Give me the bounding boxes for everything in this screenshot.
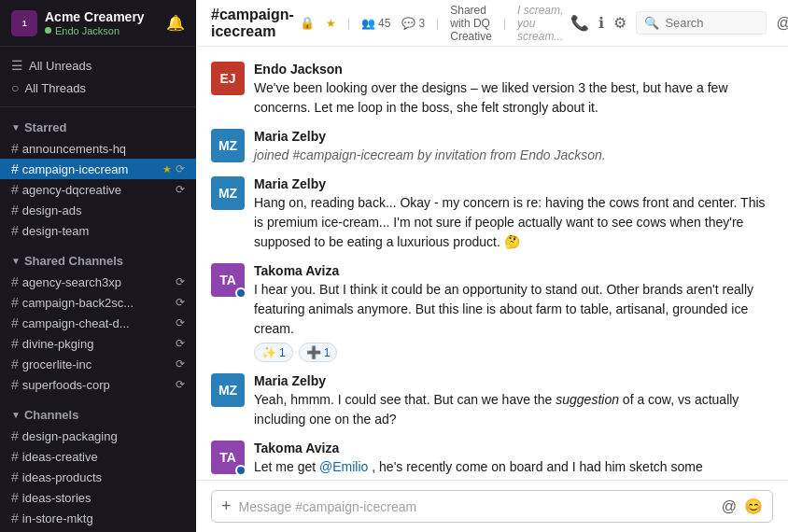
channel-name-label: grocerlite-inc	[22, 357, 172, 371]
shared-icon: ⟳	[176, 337, 185, 350]
message-group: MZ Maria Zelby Yeah, hmmm. I could see t…	[211, 373, 773, 429]
channel-item-in-store-mktg[interactable]: # in-store-mktg	[0, 508, 196, 528]
channel-name-label: ideas-creative	[22, 450, 185, 464]
lock-icon: 🔒	[300, 16, 315, 30]
workspace-user: Endo Jackson	[45, 25, 166, 36]
message-input-right: @ 😊	[722, 497, 763, 515]
shared-icon: ⟳	[176, 378, 185, 391]
hash-icon: #	[11, 357, 19, 371]
channel-item-grocerlite-inc[interactable]: # grocerlite-inc ⟳	[0, 354, 196, 374]
sidebar-item-all-threads[interactable]: ○ All Threads	[0, 77, 196, 99]
starred-chevron-icon: ▼	[11, 122, 21, 133]
shared-icon: ⟳	[176, 357, 185, 371]
threads-icon: ☰	[11, 58, 23, 73]
notification-bell-icon[interactable]: 🔔	[166, 14, 185, 32]
settings-icon[interactable]: ⚙	[613, 14, 626, 32]
channel-item-divine-pkging[interactable]: # divine-pkging ⟳	[0, 333, 196, 354]
avatar: TA	[211, 263, 245, 297]
channel-item-ideas-products[interactable]: # ideas-products	[0, 467, 196, 487]
hash-icon: #	[11, 141, 19, 156]
channel-item-campaign-back2sc[interactable]: # campaign-back2sc... ⟳	[0, 292, 196, 313]
sidebar-scroll: ▼ Starred # announcements-hq # campaign-…	[0, 107, 196, 532]
channel-search-box[interactable]: 🔍	[636, 11, 767, 35]
channel-item-design-ads[interactable]: # design-ads	[0, 200, 196, 220]
star-icon: ★	[162, 163, 172, 175]
message-group: TA Takoma Aviza Let me get @Emilio , he'…	[211, 441, 773, 480]
message-text: I hear you. But I think it could be an o…	[254, 280, 773, 339]
sidebar-item-threads[interactable]: ☰ All Unreads	[0, 54, 196, 77]
channel-item-campaign-cheat-d[interactable]: # campaign-cheat-d... ⟳	[0, 313, 196, 333]
channel-name-label: agency-search3xp	[22, 275, 172, 289]
members-count-item: 👥 45	[361, 17, 390, 30]
channel-settings-icon: ⟳	[176, 162, 185, 175]
threads-icon: 💬	[401, 17, 415, 30]
channel-item-superfoods-corp[interactable]: # superfoods-corp ⟳	[0, 374, 196, 395]
message-input[interactable]	[239, 499, 714, 514]
threads-count-item: 💬 3	[401, 17, 425, 30]
channel-name-label: design-ads	[22, 203, 185, 217]
channel-item-announcements-hq[interactable]: # announcements-hq	[0, 138, 196, 159]
meta-divider2: |	[436, 17, 439, 30]
shared-chevron-icon: ▼	[11, 256, 21, 266]
search-input[interactable]	[665, 16, 758, 30]
shared-with-label: Shared with DQ Creative	[450, 4, 492, 43]
phone-icon[interactable]: 📞	[570, 14, 589, 32]
hash-icon: #	[11, 469, 19, 484]
hash-icon: #	[11, 377, 19, 392]
info-icon[interactable]: ℹ	[598, 14, 604, 32]
message-content: Maria Zelby Hang on, reading back... Oka…	[254, 176, 773, 252]
message-header: Takoma Aviza	[254, 263, 773, 278]
channel-item-agency-dqcreative[interactable]: # agency-dqcreative ⟳	[0, 179, 196, 200]
channel-item-design-packaging[interactable]: # design-packaging	[0, 426, 196, 446]
avatar: MZ	[211, 129, 245, 162]
avatar: EJ	[211, 62, 245, 95]
shared-icon: ⟳	[176, 296, 185, 309]
message-text: Let me get @Emilio , he's recently come …	[254, 457, 773, 480]
starred-label: Starred	[24, 120, 67, 134]
at-mention-icon[interactable]: @	[722, 498, 737, 515]
emoji-icon[interactable]: 😊	[744, 497, 763, 515]
shared-icon: ⟳	[176, 275, 185, 288]
attach-icon[interactable]: +	[221, 497, 232, 516]
message-header: Maria Zelby	[254, 129, 773, 144]
at-icon[interactable]: @	[776, 15, 788, 32]
hash-icon: #	[11, 511, 19, 525]
message-input-area: + @ 😊	[196, 480, 788, 532]
channel-item-ideas-creative[interactable]: # ideas-creative	[0, 446, 196, 467]
sidebar: 1 Acme Creamery Endo Jackson 🔔 ☰ All Unr…	[0, 0, 196, 532]
channel-item-agency-search3xp[interactable]: # agency-search3xp ⟳	[0, 272, 196, 292]
channel-name-label: design-team	[22, 224, 185, 238]
message-content: Takoma Aviza Let me get @Emilio , he's r…	[254, 441, 773, 480]
favorite-star-icon[interactable]: ★	[326, 17, 336, 30]
message-group: TA Takoma Aviza I hear you. But I think …	[211, 263, 773, 362]
starred-section-header[interactable]: ▼ Starred	[0, 117, 196, 138]
channel-name-label: announcements-hq	[22, 142, 185, 156]
message-content: Maria Zelby Yeah, hmmm. I could see that…	[254, 373, 773, 429]
channel-header: #campaign-icecream 🔒 ★ | 👥 45 💬 3 | Shar…	[196, 0, 788, 47]
shared-channels-header[interactable]: ▼ Shared Channels	[0, 250, 196, 272]
header-actions: 📞 ℹ ⚙ 🔍 @ ☆ ⋯	[570, 11, 788, 35]
hash-icon: #	[11, 295, 19, 310]
badge-icon	[235, 287, 245, 297]
message-content: Endo Jackson We've been looking over the…	[254, 62, 773, 118]
channel-item-ideas-stories[interactable]: # ideas-stories	[0, 487, 196, 508]
all-threads-label: All Threads	[24, 81, 86, 95]
main-area: #campaign-icecream 🔒 ★ | 👥 45 💬 3 | Shar…	[196, 0, 788, 532]
channel-name-label: ideas-products	[22, 470, 185, 484]
avatar: MZ	[211, 373, 245, 407]
channels-section-header[interactable]: ▼ Channels	[0, 404, 196, 426]
hash-icon: #	[11, 182, 19, 197]
channel-item-design-team[interactable]: # design-team	[0, 220, 196, 241]
reaction-plus[interactable]: ➕ 1	[299, 343, 338, 362]
channel-name-label: divine-pkging	[22, 337, 172, 351]
online-indicator	[45, 27, 51, 34]
message-header: Maria Zelby	[254, 373, 773, 388]
message-group: MZ Maria Zelby Hang on, reading back... …	[211, 176, 773, 252]
hash-icon: #	[11, 223, 19, 238]
message-author: Endo Jackson	[254, 62, 343, 77]
hash-icon: #	[11, 490, 19, 505]
channel-item-campaign-icecream[interactable]: # campaign-icecream ★ ⟳	[0, 159, 196, 179]
hash-icon: #	[11, 161, 19, 176]
channel-item-marketing-team[interactable]: # marketing-team	[0, 528, 196, 532]
reaction-sparkle[interactable]: ✨ 1	[254, 343, 293, 362]
